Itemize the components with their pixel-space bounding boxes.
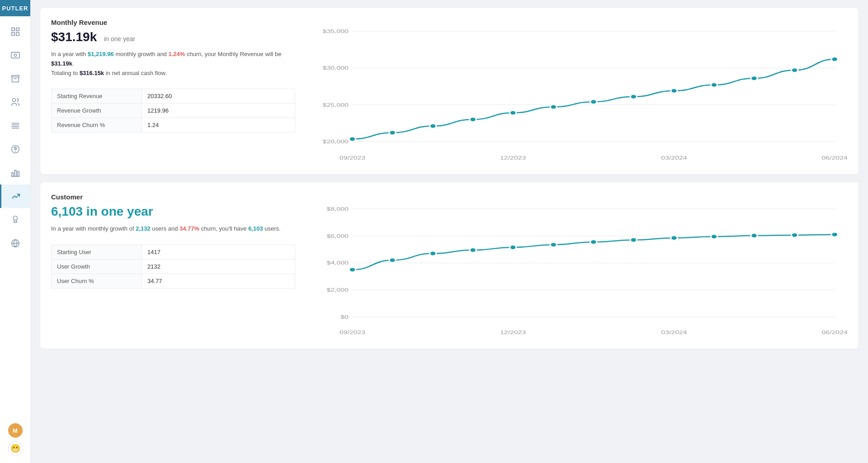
customer-chart-svg: $8,000$6,000$4,000$2,000$009/202312/2023… [313,193,848,338]
svg-point-35 [389,130,396,135]
svg-point-66 [550,242,557,247]
revenue-growth-highlight: $1,219.96 [88,51,114,57]
customer-card-left: Customer 6,103 in one year In a year wit… [51,193,295,338]
sidebar-item-dashboard[interactable] [0,20,30,43]
sidebar-item-insights[interactable] [0,208,30,232]
sidebar-item-analytics[interactable] [0,161,30,184]
revenue-value-text: $31.19k [51,30,97,44]
svg-text:09/2023: 09/2023 [340,330,365,335]
svg-text:$25,000: $25,000 [323,102,349,108]
svg-rect-3 [16,33,19,35]
svg-point-72 [791,233,797,237]
svg-text:$6,000: $6,000 [326,233,349,239]
revenue-main-value: $31.19k in one year [51,30,295,44]
svg-point-45 [791,68,797,72]
svg-point-71 [751,233,757,238]
svg-rect-4 [11,52,19,58]
starting-revenue-label: Starting Revenue [52,89,142,104]
customer-card: Customer 6,103 in one year In a year wit… [40,182,859,349]
main-content: Monthly Revenue $31.19k in one year In a… [31,0,868,463]
svg-text:$2,000: $2,000 [326,288,349,293]
avatar-m[interactable]: M [8,423,23,438]
sidebar-nav [0,16,30,423]
revenue-churn-value[interactable]: 1.24 [142,118,295,132]
revenue-churn-label: Revenue Churn % [52,118,142,132]
svg-point-43 [711,83,717,87]
avatar-emoji[interactable]: 😬 [8,441,23,456]
user-growth-label: User Growth [52,259,142,274]
svg-text:$4,000: $4,000 [326,260,349,266]
customer-description: In a year with monthly growth of 2,132 u… [51,224,295,234]
revenue-growth-value[interactable]: 1219.96 [142,104,295,118]
table-row: Revenue Churn % 1.24 [52,118,295,132]
customer-churn-highlight: 34.77% [179,225,199,232]
customer-growth-highlight: 2,132 [136,225,151,232]
svg-rect-0 [11,28,14,31]
svg-point-38 [509,111,516,115]
svg-point-37 [470,117,476,122]
starting-revenue-value[interactable]: 20332.60 [142,89,295,104]
svg-point-40 [590,99,597,104]
grid-icon [10,27,20,37]
svg-text:12/2023: 12/2023 [500,330,526,335]
list-icon [10,121,20,131]
svg-point-69 [671,236,677,240]
table-row: Starting Revenue 20332.60 [52,89,295,104]
revenue-chart: $35,000$30,000$25,000$20,00009/202312/20… [313,19,848,163]
svg-point-13 [11,146,19,153]
sidebar-item-revenue[interactable] [0,43,30,67]
svg-point-73 [831,232,838,237]
bar-chart-icon [10,168,20,178]
svg-point-67 [590,240,597,244]
customer-chart: $8,000$6,000$4,000$2,000$009/202312/2023… [313,193,848,338]
revenue-churn-highlight: 1.24% [168,51,185,57]
user-growth-value[interactable]: 2132 [142,259,295,274]
svg-point-63 [429,251,436,256]
sidebar-item-archive[interactable] [0,67,30,90]
starting-user-label: Starting User [52,245,142,259]
customer-value-text: 6,103 [51,204,83,218]
sidebar-item-forecast[interactable] [0,184,30,208]
table-row: User Growth 2132 [52,259,295,274]
trend-icon [11,191,21,201]
revenue-description: In a year with $1,219.96 monthly growth … [51,50,295,78]
svg-text:06/2024: 06/2024 [822,155,848,161]
svg-text:$35,000: $35,000 [323,28,349,34]
svg-text:$30,000: $30,000 [323,66,349,71]
globe-icon [10,238,20,248]
sidebar: PUTLER [0,0,31,463]
svg-point-42 [671,89,677,93]
svg-text:06/2024: 06/2024 [822,330,848,335]
sidebar-item-goals[interactable] [0,137,30,161]
svg-text:$0: $0 [340,314,349,320]
svg-point-65 [509,245,516,250]
svg-point-36 [429,124,436,128]
dollar-icon [10,50,20,60]
archive-icon [10,74,20,84]
svg-point-70 [711,234,717,239]
revenue-card: Monthly Revenue $31.19k in one year In a… [40,7,859,175]
sidebar-item-users[interactable] [0,90,30,114]
svg-point-68 [630,238,637,242]
svg-point-64 [470,248,476,252]
customer-chart-area: $8,000$6,000$4,000$2,000$009/202312/2023… [313,193,848,338]
sidebar-item-reports[interactable] [0,114,30,137]
revenue-chart-svg: $35,000$30,000$25,000$20,00009/202312/20… [313,19,848,163]
svg-point-34 [349,137,355,141]
svg-point-39 [550,105,557,109]
svg-text:12/2023: 12/2023 [500,155,526,161]
revenue-card-left: Monthly Revenue $31.19k in one year In a… [51,19,295,163]
app-logo: PUTLER [0,0,30,16]
revenue-card-title: Monthly Revenue [51,19,295,26]
revenue-value-suffix: in one year [104,35,135,43]
table-row: Revenue Growth 1219.96 [52,104,295,118]
customer-fields-table: Starting User 1417 User Growth 2132 User… [51,245,295,288]
user-churn-value[interactable]: 34.77 [142,274,295,288]
starting-user-value[interactable]: 1417 [142,245,295,259]
customer-card-title: Customer [51,193,295,201]
sidebar-item-globe[interactable] [0,232,30,255]
svg-point-41 [630,94,637,99]
revenue-end-highlight: $31.19k [51,60,72,67]
svg-point-8 [12,99,15,102]
svg-rect-14 [11,173,13,176]
